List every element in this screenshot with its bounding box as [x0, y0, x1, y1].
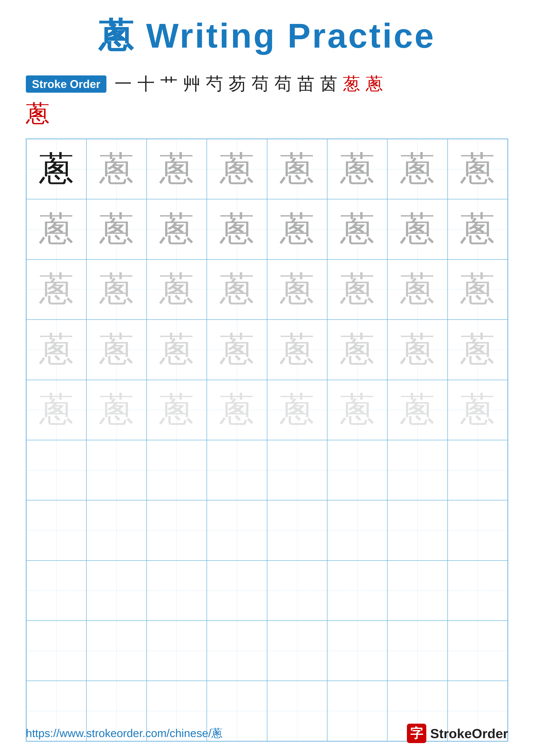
grid-row-7	[26, 500, 508, 560]
grid-cell-8-2	[87, 560, 146, 621]
grid-cell-6-5	[267, 440, 327, 500]
cell-char: 蔥	[340, 146, 375, 192]
grid-cell-9-1	[26, 621, 87, 681]
cell-char: 蔥	[220, 206, 254, 253]
cell-char: 蔥	[280, 266, 314, 313]
stroke-step-5: 芍	[206, 72, 223, 96]
footer-logo: 字 StrokeOrder	[407, 724, 508, 743]
grid-cell-5-4: 蔥	[207, 380, 267, 440]
cell-char: 蔥	[159, 146, 194, 192]
grid-cell-1-3: 蔥	[147, 139, 207, 199]
grid-cell-5-1: 蔥	[26, 380, 87, 440]
cell-char: 蔥	[460, 327, 495, 373]
grid-cell-5-3: 蔥	[147, 380, 207, 440]
logo-text: StrokeOrder	[430, 726, 508, 741]
grid-cell-5-6: 蔥	[327, 380, 387, 440]
grid-cell-9-5	[267, 621, 327, 681]
logo-icon: 字	[407, 724, 426, 743]
cell-char: 蔥	[400, 327, 435, 373]
grid-cell-8-1	[26, 560, 87, 621]
stroke-step-8: 苟	[274, 72, 292, 96]
grid-cell-6-7	[387, 440, 447, 500]
grid-cell-5-5: 蔥	[267, 380, 327, 440]
cell-char: 蔥	[159, 387, 194, 433]
grid-cell-8-4	[207, 560, 267, 621]
grid-cell-4-2: 蔥	[87, 320, 146, 380]
grid-cell-1-5: 蔥	[267, 139, 327, 199]
grid-cell-1-7: 蔥	[387, 139, 447, 199]
grid-cell-9-4	[207, 621, 267, 681]
stroke-step-6: 芴	[229, 72, 246, 96]
grid-cell-2-7: 蔥	[387, 199, 447, 259]
cell-char: 蔥	[99, 206, 134, 253]
cell-char: 蔥	[460, 266, 495, 313]
page: 蔥 Writing Practice Stroke Order 一 十 艹 艸 …	[0, 0, 534, 756]
cell-char: 蔥	[99, 327, 134, 373]
cell-char: 蔥	[340, 266, 375, 313]
grid-row-6	[26, 440, 508, 500]
cell-char: 蔥	[460, 387, 495, 433]
grid-cell-6-6	[327, 440, 387, 500]
grid-cell-2-8: 蔥	[447, 199, 508, 259]
cell-char: 蔥	[400, 146, 435, 192]
grid-cell-3-2: 蔥	[87, 259, 146, 320]
grid-cell-3-8: 蔥	[447, 259, 508, 320]
cell-char: 蔥	[340, 327, 375, 373]
grid-cell-6-3	[147, 440, 207, 500]
grid-cell-7-5	[267, 500, 327, 560]
stroke-step-11: 葱	[343, 72, 360, 96]
grid-cell-3-6: 蔥	[327, 259, 387, 320]
cell-char: 蔥	[39, 146, 74, 192]
grid-cell-6-2	[87, 440, 146, 500]
grid-row-1: 蔥 蔥 蔥 蔥 蔥 蔥 蔥 蔥	[26, 139, 508, 199]
grid-cell-3-1: 蔥	[26, 259, 87, 320]
cell-char: 蔥	[400, 266, 435, 313]
grid-cell-7-1	[26, 500, 87, 560]
stroke-final-char: 蔥	[26, 98, 508, 130]
grid-cell-4-4: 蔥	[207, 320, 267, 380]
grid-cell-8-7	[387, 560, 447, 621]
grid-cell-4-5: 蔥	[267, 320, 327, 380]
grid-row-8	[26, 560, 508, 621]
grid-cell-7-7	[387, 500, 447, 560]
stroke-step-12: 蔥	[366, 72, 383, 96]
grid-cell-1-8: 蔥	[447, 139, 508, 199]
grid-cell-2-3: 蔥	[147, 199, 207, 259]
stroke-step-9: 苗	[297, 72, 315, 96]
footer-url[interactable]: https://www.strokeorder.com/chinese/蔥	[26, 726, 222, 741]
grid-cell-4-6: 蔥	[327, 320, 387, 380]
cell-char: 蔥	[280, 206, 314, 253]
footer: https://www.strokeorder.com/chinese/蔥 字 …	[26, 724, 508, 743]
grid-cell-4-7: 蔥	[387, 320, 447, 380]
stroke-sequence: 一 十 艹 艸 芍 芴 苟 苟 苗 茵 葱 蔥	[113, 72, 385, 96]
cell-char: 蔥	[159, 266, 194, 313]
cell-char: 蔥	[280, 327, 314, 373]
grid-cell-7-3	[147, 500, 207, 560]
cell-char: 蔥	[460, 146, 495, 192]
page-title: 蔥 Writing Practice	[99, 13, 436, 60]
grid-cell-3-5: 蔥	[267, 259, 327, 320]
grid-cell-4-3: 蔥	[147, 320, 207, 380]
cell-char: 蔥	[220, 146, 254, 192]
grid-row-5: 蔥 蔥 蔥 蔥 蔥 蔥 蔥 蔥	[26, 380, 508, 440]
grid-cell-6-1	[26, 440, 87, 500]
grid-cell-1-2: 蔥	[87, 139, 146, 199]
grid-cell-2-4: 蔥	[207, 199, 267, 259]
grid-cell-3-3: 蔥	[147, 259, 207, 320]
grid-row-3: 蔥 蔥 蔥 蔥 蔥 蔥 蔥 蔥	[26, 259, 508, 320]
grid-cell-9-3	[147, 621, 207, 681]
cell-char: 蔥	[159, 327, 194, 373]
grid-cell-9-2	[87, 621, 146, 681]
grid-cell-2-5: 蔥	[267, 199, 327, 259]
cell-char: 蔥	[220, 266, 254, 313]
grid-cell-9-8	[447, 621, 508, 681]
stroke-order-row: Stroke Order 一 十 艹 艸 芍 芴 苟 苟 苗 茵 葱 蔥	[26, 72, 508, 96]
stroke-step-10: 茵	[320, 72, 337, 96]
grid-row-9	[26, 621, 508, 681]
grid-cell-8-5	[267, 560, 327, 621]
grid-cell-3-7: 蔥	[387, 259, 447, 320]
grid-cell-9-7	[387, 621, 447, 681]
grid-cell-1-4: 蔥	[207, 139, 267, 199]
stroke-step-2: 十	[138, 72, 155, 96]
cell-char: 蔥	[280, 387, 314, 433]
